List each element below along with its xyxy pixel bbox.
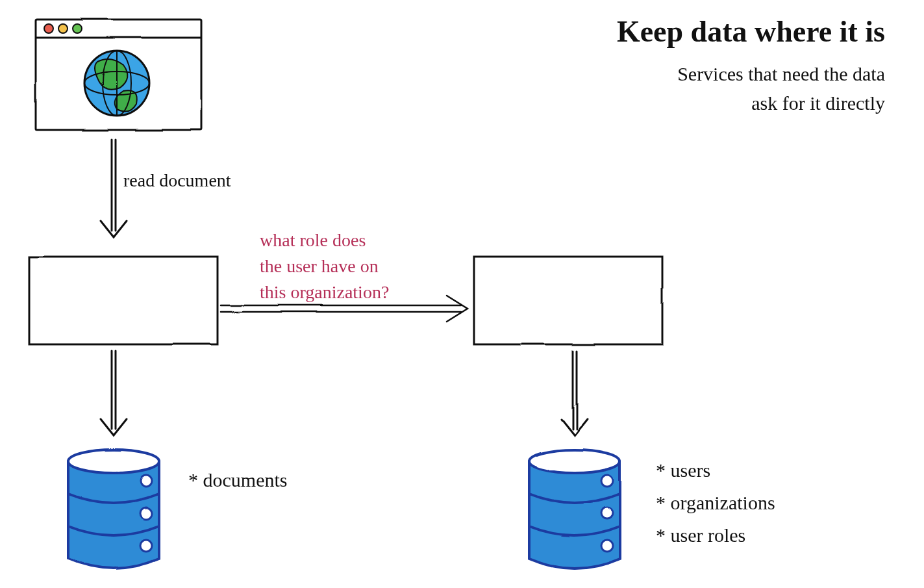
arrow-label-read-document: read document: [123, 169, 231, 192]
svg-point-4: [73, 24, 82, 33]
documents-db-bullet-0: * documents: [188, 468, 287, 492]
svg-point-22: [140, 540, 152, 552]
diagram-subtitle-line2: ask for it directly: [751, 91, 885, 116]
svg-point-26: [601, 540, 613, 552]
arrow-documents-to-db: [101, 351, 127, 435]
svg-point-2: [44, 24, 53, 33]
globe-icon: [84, 51, 149, 116]
query-line-3: this organization?: [260, 281, 389, 303]
users-db-bullet-2: * user roles: [656, 523, 745, 548]
svg-point-3: [58, 24, 68, 33]
svg-point-25: [601, 507, 613, 519]
svg-point-20: [140, 475, 152, 487]
query-line-1: what role does: [260, 229, 366, 251]
users-db-bullet-1: * organizations: [656, 491, 775, 515]
svg-point-7: [103, 51, 131, 116]
svg-point-19: [68, 450, 159, 473]
users-service-label: Users: [540, 286, 593, 315]
diagram-stage: Keep data where it is Services that need…: [0, 0, 924, 588]
diagram-title: Keep data where it is: [617, 13, 885, 51]
browser-window-icon: [36, 19, 201, 130]
query-line-2: the user have on: [260, 255, 379, 277]
diagram-subtitle-line1: Services that need the data: [677, 62, 885, 86]
svg-rect-0: [36, 19, 201, 130]
svg-point-23: [529, 450, 620, 473]
svg-point-21: [140, 507, 152, 519]
svg-point-6: [84, 71, 149, 95]
documents-service-label: Documents: [60, 286, 167, 315]
users-database-icon: [529, 450, 620, 569]
users-db-bullet-0: * users: [656, 458, 710, 483]
svg-point-5: [84, 51, 149, 116]
svg-point-24: [601, 475, 613, 487]
arrow-browser-to-documents: [101, 140, 127, 237]
documents-database-icon: [68, 450, 159, 569]
arrow-users-to-db: [562, 351, 588, 435]
